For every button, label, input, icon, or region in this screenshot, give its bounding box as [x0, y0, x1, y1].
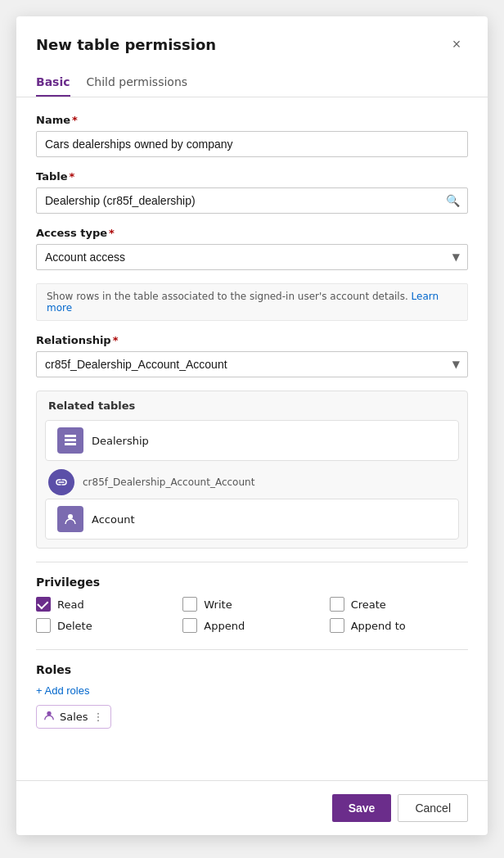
related-table-item-dealership: Dealership — [45, 420, 459, 461]
tab-basic[interactable]: Basic — [36, 69, 70, 97]
svg-rect-2 — [65, 443, 76, 445]
access-type-field-group: Access type* Account access Global acces… — [36, 227, 468, 270]
link-icon-connector — [48, 469, 74, 495]
related-table-name-account: Account — [92, 513, 135, 526]
new-table-permission-modal: New table permission × Basic Child permi… — [16, 16, 488, 835]
search-icon: 🔍 — [446, 194, 460, 207]
name-field-group: Name* — [36, 114, 468, 157]
roles-title: Roles — [36, 663, 468, 676]
table-field-group: Table* 🔍 — [36, 170, 468, 214]
privilege-append-label: Append — [204, 620, 245, 632]
privilege-append: Append — [182, 618, 321, 633]
role-tag-sales: Sales ⋮ — [36, 705, 111, 729]
roles-section: Roles + Add roles Sales ⋮ — [36, 663, 468, 729]
divider-privileges — [36, 562, 468, 562]
access-type-select-wrapper: Account access Global access Contact acc… — [36, 244, 468, 270]
checkbox-append[interactable] — [182, 618, 197, 633]
privileges-section: Privileges Read Write — [36, 576, 468, 633]
relationship-label: Relationship* — [36, 334, 468, 346]
privilege-read-label: Read — [57, 598, 84, 611]
modal-footer: Save Cancel — [16, 780, 488, 835]
related-tables-section: Related tables Dealership — [36, 391, 468, 549]
role-tag-menu-icon[interactable]: ⋮ — [93, 711, 104, 723]
table-search-wrapper: 🔍 — [36, 187, 468, 214]
related-tables-header: Related tables — [37, 391, 467, 420]
role-tag-label: Sales — [60, 711, 88, 723]
access-type-select[interactable]: Account access Global access Contact acc… — [36, 244, 468, 270]
relationship-field-group: Relationship* cr85f_Dealership_Account_A… — [36, 334, 468, 377]
person-icon-account — [57, 506, 83, 532]
close-button[interactable]: × — [445, 33, 468, 56]
privileges-grid: Read Write Create — [36, 597, 468, 633]
svg-rect-0 — [65, 435, 76, 437]
tabs-bar: Basic Child permissions — [16, 69, 488, 97]
connector-label: cr85f_Dealership_Account_Account — [83, 476, 254, 488]
svg-point-4 — [47, 711, 51, 716]
svg-point-3 — [68, 514, 73, 519]
related-table-name-dealership: Dealership — [92, 435, 149, 447]
privilege-write: Write — [182, 597, 321, 612]
privilege-create-label: Create — [351, 598, 386, 611]
roles-list: Sales ⋮ — [36, 705, 468, 729]
name-input[interactable] — [36, 131, 468, 157]
privilege-delete-label: Delete — [57, 620, 92, 632]
svg-rect-1 — [65, 439, 76, 441]
checkbox-write[interactable] — [182, 597, 197, 612]
table-label: Table* — [36, 170, 468, 183]
access-type-info-box: Show rows in the table associated to the… — [36, 283, 468, 321]
checkbox-delete[interactable] — [36, 618, 51, 633]
add-roles-button[interactable]: + Add roles — [36, 684, 89, 697]
checkbox-append-to[interactable] — [330, 618, 344, 633]
divider-roles — [36, 649, 468, 650]
privilege-read: Read — [36, 597, 174, 612]
table-icon-dealership — [57, 427, 83, 454]
access-type-label: Access type* — [36, 227, 468, 239]
modal-body: Name* Table* 🔍 Access type* Account acce… — [16, 97, 488, 780]
save-button[interactable]: Save — [332, 794, 392, 822]
privilege-create: Create — [330, 597, 468, 612]
privilege-append-to-label: Append to — [351, 620, 406, 632]
checkbox-create[interactable] — [330, 597, 344, 612]
modal-header: New table permission × — [16, 16, 488, 69]
related-table-connector: cr85f_Dealership_Account_Account — [37, 466, 467, 499]
relationship-select-wrapper: cr85f_Dealership_Account_Account ▼ — [36, 351, 468, 377]
modal-title: New table permission — [36, 36, 216, 53]
privilege-delete: Delete — [36, 618, 174, 633]
role-person-icon — [43, 710, 55, 724]
relationship-select[interactable]: cr85f_Dealership_Account_Account — [36, 351, 468, 377]
checkbox-read[interactable] — [36, 597, 51, 612]
related-table-item-account: Account — [45, 499, 459, 540]
privilege-write-label: Write — [204, 598, 232, 611]
name-label: Name* — [36, 114, 468, 126]
privileges-title: Privileges — [36, 576, 468, 589]
table-input[interactable] — [36, 187, 468, 214]
cancel-button[interactable]: Cancel — [398, 794, 468, 822]
privilege-append-to: Append to — [330, 618, 468, 633]
tab-child-permissions[interactable]: Child permissions — [87, 69, 188, 97]
